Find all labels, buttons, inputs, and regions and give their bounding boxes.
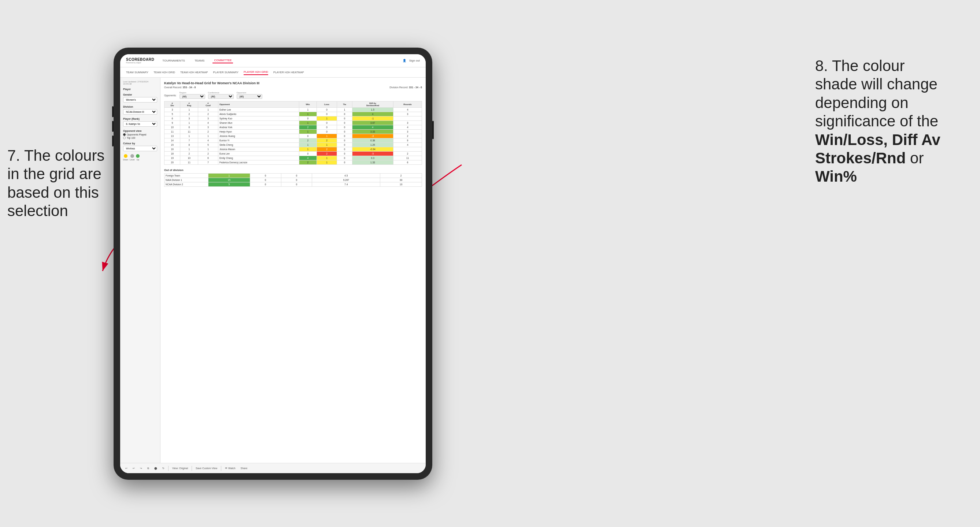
undo2-btn[interactable]: ↪ [138,466,143,471]
cell-opponent: Alexis Sudjianto [218,112,299,116]
table-row: 19 10 6 Emily Chang 4 1 0 0.3 11 [164,156,422,160]
opponents-played-option[interactable]: Opponents Played [123,133,157,136]
region-filter-label: Region [180,92,205,94]
table-row: 14 7 4 Eunice Yi 2 2 0 0.38 9 [164,138,422,143]
cell-tie: 0 [337,143,352,147]
player-section: Player [123,88,157,90]
redo-btn[interactable]: ↩ [131,466,136,471]
sub-nav-player-summary[interactable]: PLAYER SUMMARY [213,70,239,75]
cell-loss: 0 [317,112,337,116]
top100-radio[interactable] [123,137,126,139]
th-win: Win [299,102,317,108]
colour-by-select[interactable]: Win/loss [123,146,157,151]
share-label: Share [241,467,248,470]
cell-reg: 6 [180,125,198,130]
save-custom-btn[interactable]: Save Custom View [194,466,219,470]
division-section: Division NCAA Division III [123,105,157,114]
cell-tie: 0 [337,130,352,134]
view-original-btn[interactable]: View: Original [171,466,189,470]
cell-div: 14 [164,138,180,143]
sub-nav-team-summary[interactable]: TEAM SUMMARY [126,70,148,75]
cell-loss: 1 [317,134,337,138]
refresh-btn[interactable]: ↻ [161,466,166,471]
cell-rounds: 2 [393,134,422,138]
cell-loss: 0 [317,125,337,130]
player-rank-select[interactable]: 8. Katelyn Vo [123,121,157,127]
cell-win: 2 [299,125,317,130]
ood-cell-tie: 0 [281,178,312,183]
opponents-played-radio[interactable] [123,133,126,136]
sub-nav-team-h2h-grid[interactable]: TEAM H2H GRID [153,70,175,75]
cell-rounds: 3 [393,130,422,134]
division-select[interactable]: NCAA Division III [123,109,157,114]
ood-cell-opponent: NAIA Division 1 [164,178,208,183]
region-filter-select[interactable]: (All) [180,94,205,99]
table-row: 20 11 7 Federica Domecq Lacroze 2 1 0 1.… [164,160,422,165]
cell-div: 11 [164,130,180,134]
legend-down-circle [124,154,127,158]
colour-by-section: Colour by Win/loss [123,142,157,151]
last-updated: Last Updated: 27/03/2024 16:55:38 [123,81,157,85]
table-row: 3 1 1 Esther Lee 1 0 1 1.5 4 [164,108,422,112]
cell-conf: 4 [198,121,218,125]
cell-reg: 3 [180,116,198,121]
paste-btn[interactable]: ⬤ [153,466,159,471]
cell-div: 18 [164,152,180,156]
cell-win: 0 [299,152,317,156]
cell-opponent: Sharon Mun [218,121,299,125]
cell-loss: 1 [317,160,337,165]
cell-conf: 1 [198,108,218,112]
gender-section: Gender Women's [123,94,157,103]
cell-rounds [393,147,422,152]
cell-conf: 3 [198,125,218,130]
opponent-view-section: Opponent view Opponents Played Top 100 [123,130,157,139]
cell-div: 16 [164,147,180,152]
cell-div: 19 [164,156,180,160]
sub-nav-player-h2h-grid[interactable]: PLAYER H2H GRID [243,70,268,75]
opponent-view-label: Opponent view [123,130,157,132]
main-content: Last Updated: 27/03/2024 16:55:38 Player… [120,78,426,473]
tablet-screen: SCOREBOARD Powered by clippd TOURNAMENTS… [120,54,426,473]
nav-committee[interactable]: COMMITTEE [213,58,233,63]
grid-title: Katelyn Vo Head-to-Head Grid for Women's… [164,81,422,85]
cell-div: 10 [164,125,180,130]
annotation-right-line7: Win% [815,168,857,185]
cell-div: 6 [164,116,180,121]
ood-cell-tie: 0 [281,183,312,187]
table-row: 10 6 3 Andrea York 2 0 0 4 4 [164,125,422,130]
conference-filter-select[interactable]: (All) [208,94,234,99]
cell-diff: 4 [352,125,393,130]
nav-tournaments[interactable]: TOURNAMENTS [161,58,186,63]
undo-btn[interactable]: ↩ [124,466,129,471]
sub-nav-player-h2h-heatmap[interactable]: PLAYER H2H HEATMAP [273,70,304,75]
watch-btn[interactable]: 👁 Watch [223,466,237,470]
th-div: #Div [164,102,180,108]
legend-down: Down [123,154,128,161]
sign-out-link[interactable]: Sign out [409,59,420,62]
share-btn[interactable]: Share [239,466,249,470]
copy-btn[interactable]: ⧉ [146,466,151,471]
annotation-left: 7. The colours in the grid are based on … [7,146,110,221]
cell-opponent: Andrea York [218,125,299,130]
cell-opponent: Stella Cheng [218,143,299,147]
gender-select[interactable]: Women's [123,97,157,103]
opponent-filter-select[interactable]: (All) [237,94,262,99]
save-custom-label: Save Custom View [196,467,217,470]
user-icon: 👤 [402,59,406,62]
cell-reg: 2 [180,152,198,156]
ood-cell-win: 15 [208,178,250,183]
cell-div: 20 [164,160,180,165]
nav-teams[interactable]: TEAMS [193,58,206,63]
cell-reg: 1 [180,147,198,152]
table-row: 16 1 1 Jessica Mason 1 2 0 -0.94 [164,147,422,152]
cell-tie: 0 [337,152,352,156]
bottom-toolbar: ↩ ↩ ↪ ⧉ ⬤ ↻ View: Original Save Custom V… [120,463,426,473]
ood-cell-win: 1 [208,174,250,178]
sub-nav-team-h2h-heatmap[interactable]: TEAM H2H HEATMAP [180,70,208,75]
cell-loss: 0 [317,121,337,125]
top100-option[interactable]: Top 100 [123,137,157,139]
cell-win: 1 [299,130,317,134]
annotation-right-line4: significance of the [815,113,938,130]
cell-win: 2 [299,138,317,143]
cell-loss: 2 [317,147,337,152]
